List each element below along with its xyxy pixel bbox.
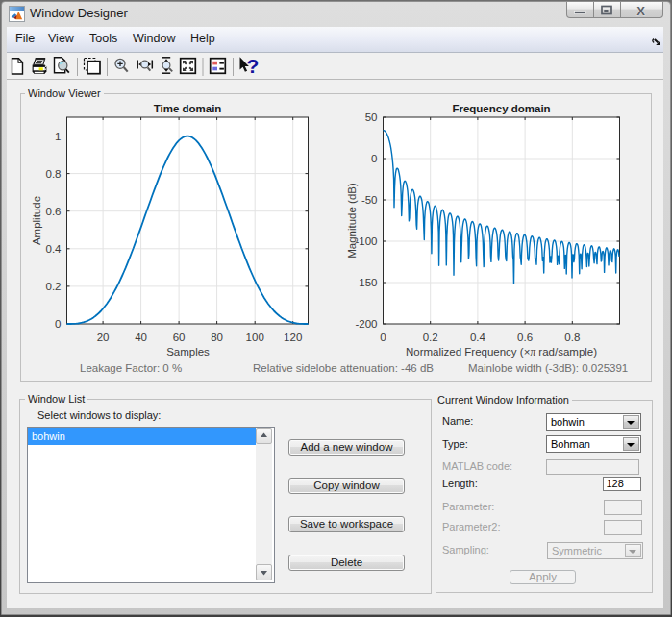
svg-text:0.4: 0.4: [46, 243, 62, 255]
svg-text:20: 20: [97, 332, 110, 343]
svg-text:Time domain: Time domain: [154, 103, 222, 114]
svg-text:60: 60: [173, 332, 186, 343]
svg-text:80: 80: [211, 332, 223, 343]
svg-text:0.6: 0.6: [46, 206, 62, 217]
svg-text:?: ?: [247, 55, 260, 77]
svg-text:0.2: 0.2: [46, 281, 62, 292]
svg-text:0.6: 0.6: [517, 332, 533, 343]
svg-text:100: 100: [246, 332, 264, 343]
svg-text:50: 50: [365, 111, 378, 123]
svg-text:-200: -200: [355, 318, 377, 330]
svg-text:Samples: Samples: [166, 346, 210, 358]
svg-text:0.8: 0.8: [46, 168, 62, 180]
svg-text:Normalized Frequency (×π rad/: Normalized Frequency (×π rad/sample): [406, 346, 597, 358]
svg-text:120: 120: [284, 332, 302, 343]
svg-text:0.8: 0.8: [564, 332, 580, 343]
svg-text:0.4: 0.4: [470, 332, 486, 343]
svg-text:Amplitude: Amplitude: [31, 196, 42, 245]
svg-text:40: 40: [135, 332, 147, 343]
svg-text:-50: -50: [361, 194, 378, 206]
svg-text:Frequency domain: Frequency domain: [452, 103, 550, 114]
svg-text:1: 1: [55, 131, 61, 142]
svg-text:0: 0: [380, 332, 386, 343]
svg-text:0: 0: [55, 318, 61, 330]
svg-text:Magnitude (dB): Magnitude (dB): [346, 183, 358, 259]
svg-text:-150: -150: [355, 277, 377, 288]
svg-text:X: X: [636, 4, 645, 18]
svg-text:-100: -100: [355, 235, 377, 247]
svg-text:0.2: 0.2: [423, 332, 438, 343]
svg-text:0: 0: [371, 153, 377, 164]
